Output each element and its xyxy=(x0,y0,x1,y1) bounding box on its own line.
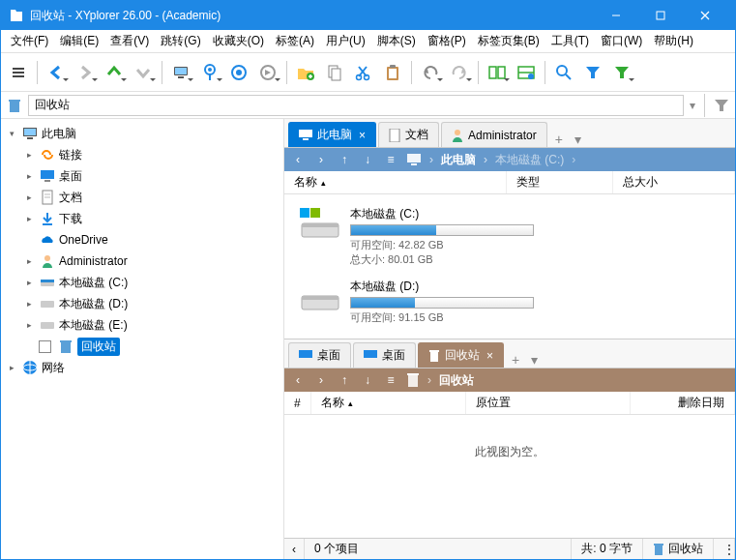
col-size[interactable]: 总大小 xyxy=(613,171,735,193)
history-icon[interactable] xyxy=(254,59,281,86)
menu-tools[interactable]: 工具(T) xyxy=(545,30,595,52)
tree-network[interactable]: ▸网络 xyxy=(1,357,283,378)
pane1-tab-docs[interactable]: 文档 xyxy=(378,122,439,147)
col-name[interactable]: 名称 ▴ xyxy=(311,392,466,414)
address-dropdown-icon[interactable]: ▾ xyxy=(690,99,695,112)
menu-file[interactable]: 文件(F) xyxy=(5,30,54,52)
pane2-content[interactable]: 此视图为空。 xyxy=(284,415,735,538)
crumb-pc-icon[interactable] xyxy=(406,153,422,166)
menu-tabset[interactable]: 标签页集(B) xyxy=(472,30,545,52)
svg-rect-29 xyxy=(498,67,505,78)
tab-menu-icon[interactable]: ▾ xyxy=(569,132,587,147)
up-button[interactable] xyxy=(101,59,128,86)
nav-list-icon[interactable]: ≡ xyxy=(383,372,398,388)
drive-free: 可用空间: 91.15 GB xyxy=(350,310,720,325)
menu-script[interactable]: 脚本(S) xyxy=(371,30,422,52)
menu-view[interactable]: 查看(V) xyxy=(104,30,155,52)
nav-back-icon[interactable]: ‹ xyxy=(290,152,306,167)
tab-menu-icon[interactable]: ▾ xyxy=(525,352,544,368)
nav-forward-icon[interactable]: › xyxy=(313,372,329,388)
nav-down-icon[interactable]: ↓ xyxy=(360,372,375,388)
pane1-tab-thispc[interactable]: 此电脑× xyxy=(288,122,376,147)
tree-links[interactable]: ▸链接 xyxy=(1,144,283,165)
crumb-bin-icon[interactable] xyxy=(406,372,420,388)
filter-blue-icon[interactable] xyxy=(579,59,606,86)
copy-icon[interactable] xyxy=(321,59,348,86)
filter-icon[interactable] xyxy=(714,99,729,112)
pane1-content[interactable]: 本地磁盘 (C:) 可用空间: 42.82 GB 总大小: 80.01 GB 本… xyxy=(284,194,735,339)
tree-drive-c[interactable]: ▸本地磁盘 (C:) xyxy=(1,272,283,293)
menu-edit[interactable]: 编辑(E) xyxy=(54,30,104,52)
computer-icon[interactable] xyxy=(167,59,194,86)
back-button[interactable] xyxy=(43,59,70,86)
redo-icon[interactable] xyxy=(446,59,473,86)
menu-goto[interactable]: 跳转(G) xyxy=(155,30,206,52)
minimize-button[interactable] xyxy=(594,1,638,30)
svg-line-34 xyxy=(566,74,571,79)
menu-window[interactable]: 窗口(W) xyxy=(595,30,648,52)
hamburger-icon[interactable] xyxy=(5,59,32,86)
paste-icon[interactable] xyxy=(379,59,406,86)
menu-help[interactable]: 帮助(H) xyxy=(648,30,699,52)
pane1-tab-admin[interactable]: Administrator xyxy=(441,122,547,147)
tree-desktop[interactable]: ▸桌面 xyxy=(1,165,283,187)
undo-icon[interactable] xyxy=(417,59,444,86)
svg-rect-74 xyxy=(655,545,662,555)
menu-tags[interactable]: 标签(A) xyxy=(270,30,320,52)
down-button[interactable] xyxy=(130,59,157,86)
address-input[interactable]: 回收站 xyxy=(28,95,684,116)
menu-pane[interactable]: 窗格(P) xyxy=(422,30,472,52)
dual-pane-icon[interactable] xyxy=(484,59,511,86)
pane2-tab-desktop1[interactable]: 桌面 xyxy=(288,342,351,368)
nav-list-icon[interactable]: ≡ xyxy=(383,152,398,167)
menu-user[interactable]: 用户(U) xyxy=(320,30,371,52)
folder-tree[interactable]: ▾ 此电脑 ▸链接 ▸桌面 ▸文档 ▸下载 OneDrive ▸Administ… xyxy=(1,119,284,559)
pane2-tab-recycle[interactable]: 回收站× xyxy=(418,342,504,368)
close-tab-icon[interactable]: × xyxy=(359,129,366,142)
tree-this-pc[interactable]: ▾ 此电脑 xyxy=(1,123,283,144)
tree-recycle-bin[interactable]: 回收站 xyxy=(1,336,283,357)
menu-fav[interactable]: 收藏夹(O) xyxy=(207,30,270,52)
nav-back-icon[interactable]: ‹ xyxy=(290,372,306,388)
col-name[interactable]: 名称 ▴ xyxy=(284,171,507,193)
status-arrow-icon[interactable]: ‹ xyxy=(284,539,305,559)
target-icon[interactable] xyxy=(225,59,252,86)
sync-pane-icon[interactable] xyxy=(513,59,540,86)
nav-down-icon[interactable]: ↓ xyxy=(360,152,375,167)
tree-checkbox[interactable] xyxy=(39,340,51,353)
drive-row-c[interactable]: 本地磁盘 (C:) 可用空间: 42.82 GB 总大小: 80.01 GB xyxy=(290,200,729,273)
tree-documents[interactable]: ▸文档 xyxy=(1,187,283,208)
crumb-drive[interactable]: 本地磁盘 (C:) xyxy=(495,152,564,168)
drive-row-d[interactable]: 本地磁盘 (D:) 可用空间: 91.15 GB xyxy=(290,273,729,331)
maximize-button[interactable] xyxy=(638,1,683,30)
tree-onedrive[interactable]: OneDrive xyxy=(1,229,283,251)
status-grip-icon[interactable]: ⋮⋮ xyxy=(714,539,735,559)
forward-button[interactable] xyxy=(72,59,99,86)
close-button[interactable] xyxy=(683,1,727,30)
pin-icon[interactable] xyxy=(196,59,223,86)
recycle-bin-icon xyxy=(7,98,22,113)
col-origloc[interactable]: 原位置 xyxy=(466,392,631,414)
nav-up-icon[interactable]: ↑ xyxy=(337,152,352,167)
search-icon[interactable] xyxy=(550,59,577,86)
tree-downloads[interactable]: ▸下载 xyxy=(1,208,283,229)
tree-administrator[interactable]: ▸Administrator xyxy=(1,251,283,272)
drive-icon xyxy=(300,206,340,243)
pane2-tabstrip: 桌面 桌面 回收站× + ▾ xyxy=(284,339,735,368)
nav-up-icon[interactable]: ↑ xyxy=(337,372,352,388)
cut-icon[interactable] xyxy=(350,59,377,86)
crumb-thispc[interactable]: 此电脑 xyxy=(441,152,476,168)
add-tab-button[interactable]: + xyxy=(549,132,569,147)
pane2-tab-desktop2[interactable]: 桌面 xyxy=(353,342,416,368)
nav-forward-icon[interactable]: › xyxy=(313,152,329,167)
col-deldate[interactable]: 删除日期 xyxy=(631,392,735,414)
tree-drive-d[interactable]: ▸本地磁盘 (D:) xyxy=(1,293,283,314)
filter-green-icon[interactable] xyxy=(608,59,635,86)
tree-drive-e[interactable]: ▸本地磁盘 (E:) xyxy=(1,314,283,336)
add-tab-button[interactable]: + xyxy=(506,352,525,368)
new-folder-icon[interactable] xyxy=(292,59,319,86)
col-type[interactable]: 类型 xyxy=(507,171,613,193)
col-index[interactable]: # xyxy=(284,392,311,414)
close-tab-icon[interactable]: × xyxy=(486,349,493,363)
crumb-recycle[interactable]: 回收站 xyxy=(439,372,474,389)
